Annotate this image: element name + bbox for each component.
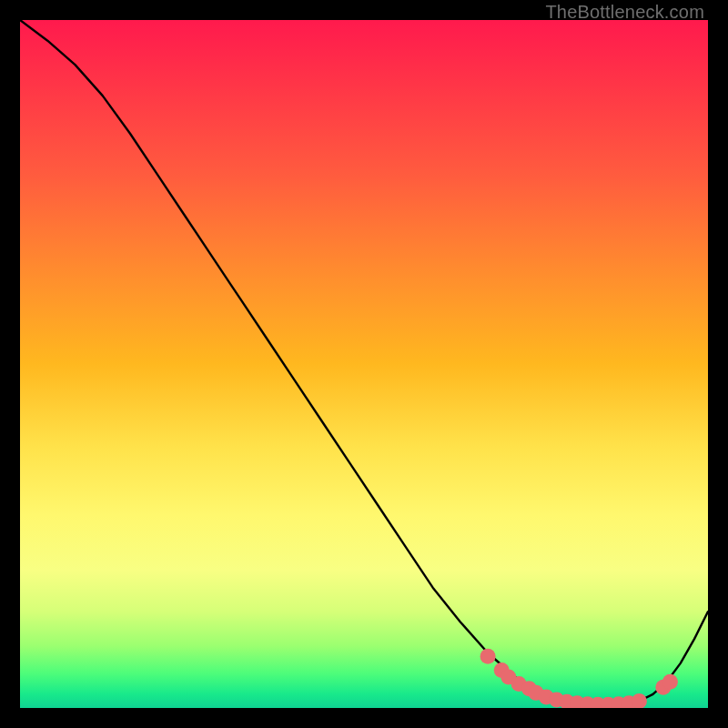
highlight-marker [662,674,678,690]
chart-plot-area [20,20,708,708]
highlight-marker [480,649,496,664]
highlight-marker [591,697,606,708]
highlight-marker [494,662,510,678]
highlight-markers-group [480,649,678,708]
highlight-marker [655,680,671,695]
highlight-marker [521,681,537,696]
highlight-marker [511,676,527,692]
watermark-text: TheBottleneck.com [545,2,704,23]
highlight-marker [611,696,626,708]
highlight-marker [529,685,544,701]
highlight-marker [580,696,595,708]
highlight-marker [560,694,575,708]
chart-stage: TheBottleneck.com [0,0,728,728]
chart-svg [20,20,708,708]
bottleneck-curve-path [20,20,708,706]
highlight-marker [601,697,616,708]
highlight-marker [500,669,516,684]
highlight-marker [549,692,564,707]
highlight-marker [622,695,637,708]
highlight-marker [632,693,647,708]
highlight-marker [570,695,585,708]
highlight-marker [539,689,554,704]
